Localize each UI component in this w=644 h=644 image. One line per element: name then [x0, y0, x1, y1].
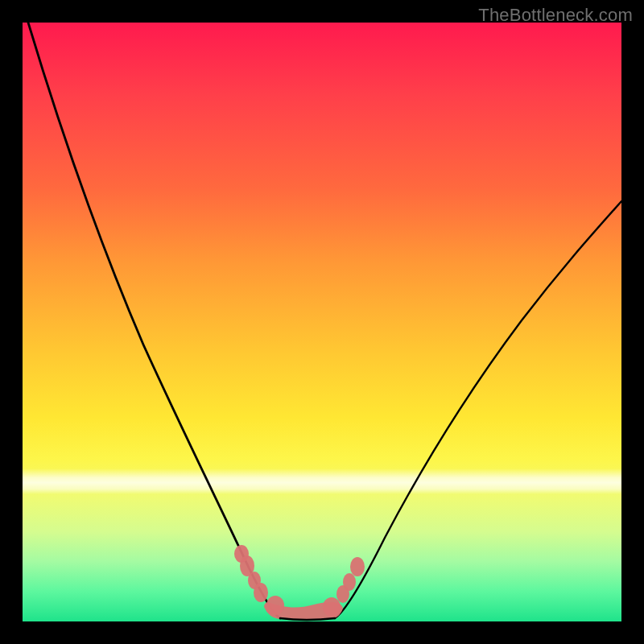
valley-lobe: [264, 596, 343, 619]
marker-cluster-left: [234, 545, 268, 602]
svg-point-4: [266, 596, 284, 615]
svg-point-8: [350, 557, 365, 576]
right-curve: [335, 201, 621, 618]
curve-layer: [23, 23, 621, 621]
marker-cluster-right: [336, 557, 365, 603]
svg-point-3: [254, 583, 268, 602]
left-curve: [28, 23, 280, 618]
watermark-text: TheBottleneck.com: [478, 5, 633, 26]
plot-area: [23, 23, 621, 621]
svg-point-7: [343, 573, 356, 591]
svg-point-5: [323, 597, 341, 617]
chart-frame: TheBottleneck.com: [0, 0, 644, 644]
